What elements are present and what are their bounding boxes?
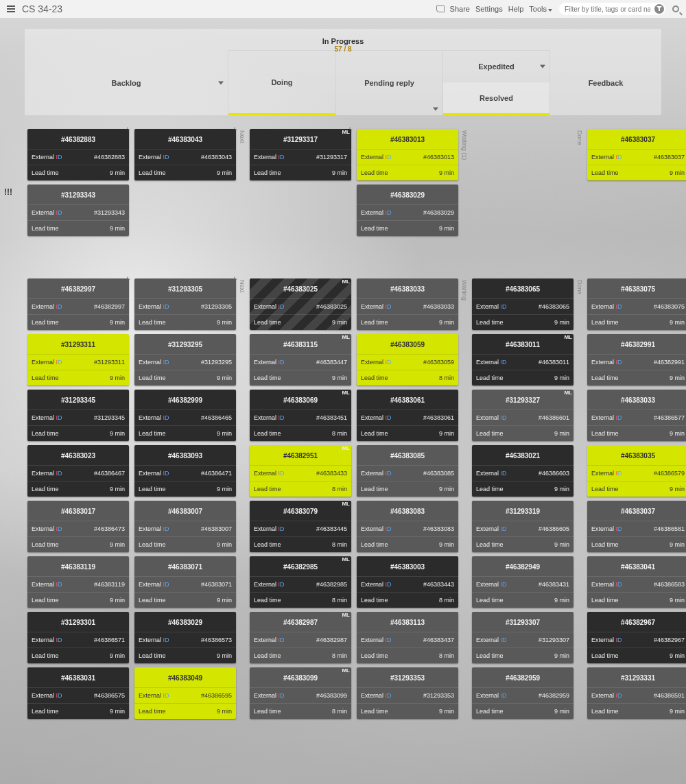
card[interactable]: #46382883 External ID #46382883 Lead tim… (27, 129, 129, 180)
col-resolved[interactable]: Resolved (443, 82, 549, 115)
card-external-row: External ID #46383037 (587, 149, 686, 165)
card[interactable]: #46383021 External ID #46386603 Lead tim… (472, 445, 573, 497)
board: !!! + #46382883 External ID #46382883 Le… (25, 115, 661, 723)
filter-input[interactable] (559, 3, 665, 15)
card-lead-row: Lead time9 min (472, 648, 573, 663)
card[interactable]: #46383017 External ID #46386473 Lead tim… (27, 501, 129, 552)
share-link[interactable]: Share (450, 5, 470, 13)
card[interactable]: #31293345 External ID #31293345 Lead tim… (27, 390, 129, 441)
card[interactable]: #31293307 External ID #31293307 Lead tim… (472, 612, 573, 663)
card-external-row: External ID #31293345 (27, 409, 129, 425)
lane-backlog-b: + #31293305 External ID #31293305 Lead t… (134, 274, 236, 723)
swimlane-top: + #46382883 External ID #46382883 Lead t… (25, 125, 661, 240)
settings-link[interactable]: Settings (475, 5, 503, 13)
card-title: #46383049 (134, 667, 236, 687)
card[interactable]: ML #46383069 External ID #46383451 Lead … (250, 390, 351, 441)
card[interactable]: #46383065 External ID #46383065 Lead tim… (472, 278, 573, 330)
card[interactable]: #46382997 External ID #46382997 Lead tim… (27, 278, 129, 330)
card-title: #46383029 (134, 612, 236, 632)
card[interactable]: #46382991 External ID #46382991 Lead tim… (587, 334, 686, 385)
col-backlog[interactable]: Backlog (25, 50, 228, 115)
tools-link[interactable]: Tools (529, 5, 552, 13)
card[interactable]: #46383061 External ID #46383061 Lead tim… (357, 390, 458, 441)
card-external-row: External ID #46383083 (357, 521, 458, 536)
card[interactable]: #46383093 External ID #46386471 Lead tim… (134, 445, 236, 497)
help-link[interactable]: Help (508, 5, 524, 13)
funnel-icon[interactable] (654, 4, 664, 14)
card[interactable]: #46383049 External ID #46386595 Lead tim… (134, 667, 236, 719)
card[interactable]: #46382949 External ID #46383431 Lead tim… (472, 556, 573, 608)
lane-expedited: #46383065 External ID #46383065 Lead tim… (472, 274, 573, 723)
card[interactable]: #46382959 External ID #46382959 Lead tim… (472, 667, 573, 719)
card[interactable]: #46383041 External ID #46386583 Lead tim… (587, 556, 686, 608)
menu-icon[interactable] (7, 5, 15, 12)
card[interactable]: #46383013 External ID #46383013 Lead tim… (357, 129, 458, 180)
chevron-down-icon (540, 64, 545, 68)
card-external-row: External ID #46382967 (587, 632, 686, 648)
card-external-row: External ID #46383033 (357, 298, 458, 314)
card-lead-row: Lead time9 min (587, 536, 686, 552)
card-external-row: External ID #31293353 (357, 687, 458, 703)
card[interactable]: #46383083 External ID #46383083 Lead tim… (357, 501, 458, 552)
card[interactable]: #31293319 External ID #46386605 Lead tim… (472, 501, 573, 552)
card[interactable]: #46383023 External ID #46386467 Lead tim… (27, 445, 129, 497)
card[interactable]: #46383113 External ID #46383437 Lead tim… (357, 612, 458, 663)
card[interactable]: ML #46382985 External ID #46382985 Lead … (250, 556, 351, 608)
card[interactable]: #46383029 External ID #46386573 Lead tim… (134, 612, 236, 663)
card-title: #31293343 (27, 185, 129, 204)
col-pending[interactable]: Pending reply (335, 50, 442, 115)
card-title: #46383119 (27, 556, 129, 576)
card[interactable]: #46383033 External ID #46383033 Lead tim… (357, 278, 458, 330)
card-title: #46383085 (357, 445, 458, 465)
card[interactable]: #31293305 External ID #31293305 Lead tim… (134, 278, 236, 330)
card[interactable]: #46383035 External ID #46386579 Lead tim… (587, 445, 686, 497)
card-external-row: External ID #46386601 (472, 409, 573, 425)
card[interactable]: #46383033 External ID #46386577 Lead tim… (587, 390, 686, 441)
card[interactable]: #31293311 External ID #31293311 Lead tim… (27, 334, 129, 385)
card[interactable]: #46383043 External ID #46383043 Lead tim… (134, 129, 236, 180)
card[interactable]: #46383075 External ID #46383075 Lead tim… (587, 278, 686, 330)
card[interactable]: ML #46383011 External ID #46383011 Lead … (472, 334, 573, 385)
search-icon[interactable] (672, 5, 679, 12)
card[interactable]: #31293353 External ID #31293353 Lead tim… (357, 667, 458, 719)
card[interactable]: ML #46383099 External ID #46383099 Lead … (250, 667, 351, 719)
card[interactable]: ML #46382987 External ID #46382987 Lead … (250, 612, 351, 663)
card-lead-row: Lead time9 min (134, 165, 236, 180)
card-external-row: External ID #46383451 (250, 409, 351, 425)
card[interactable]: #46383007 External ID #46383007 Lead tim… (134, 501, 236, 552)
card[interactable]: ML #46383079 External ID #46383445 Lead … (250, 501, 351, 552)
col-feedback[interactable]: Feedback (549, 50, 661, 115)
card-external-row: External ID #46386603 (472, 465, 573, 481)
card-lead-row: Lead time9 min (587, 370, 686, 385)
col-expedited[interactable]: Expedited (443, 51, 549, 82)
card[interactable]: #46383037 External ID #46383037 Lead tim… (587, 129, 686, 180)
card[interactable]: #46383085 External ID #46383085 Lead tim… (357, 445, 458, 497)
card[interactable]: #31293301 External ID #46386571 Lead tim… (27, 612, 129, 663)
card[interactable]: #31293331 External ID #46386591 Lead tim… (587, 667, 686, 719)
card[interactable]: #46382999 External ID #46386465 Lead tim… (134, 390, 236, 441)
card-external-row: External ID #46386471 (134, 465, 236, 481)
card[interactable]: #46383003 External ID #46383443 Lead tim… (357, 556, 458, 608)
card[interactable]: ML #31293317 External ID #31293317 Lead … (250, 129, 351, 180)
card[interactable]: #31293343 External ID #31293343 Lead tim… (27, 185, 129, 236)
card[interactable]: #46383071 External ID #46383071 Lead tim… (134, 556, 236, 608)
card[interactable]: #46383059 External ID #46383059 Lead tim… (357, 334, 458, 385)
card[interactable]: ML #46383025 External ID #46383025 Lead … (250, 278, 351, 330)
cast-icon[interactable] (436, 5, 445, 12)
card[interactable]: ML #31293327 External ID #46386601 Lead … (472, 390, 573, 441)
card[interactable]: ML #46382951 External ID #46383433 Lead … (250, 445, 351, 497)
col-doing[interactable]: Doing (228, 50, 335, 115)
card-external-row: External ID #46383013 (357, 149, 458, 165)
col-inprogress: Doing Pending reply Expedited Resolved (228, 50, 549, 115)
card[interactable]: #46383119 External ID #46383119 Lead tim… (27, 556, 129, 608)
filter-wrap (559, 3, 679, 15)
card[interactable]: #46382967 External ID #46382967 Lead tim… (587, 612, 686, 663)
card-external-row: External ID #46386605 (472, 521, 573, 536)
card[interactable]: #46383037 External ID #46386581 Lead tim… (587, 501, 686, 552)
card[interactable]: #31293295 External ID #31293295 Lead tim… (134, 334, 236, 385)
card-external-row: External ID #46383025 (250, 298, 351, 314)
card[interactable]: #46383031 External ID #46386575 Lead tim… (27, 667, 129, 719)
card[interactable]: #46383029 External ID #46383029 Lead tim… (357, 185, 458, 236)
card[interactable]: ML #46383115 External ID #46383447 Lead … (250, 334, 351, 385)
ml-badge: ML (564, 390, 572, 396)
